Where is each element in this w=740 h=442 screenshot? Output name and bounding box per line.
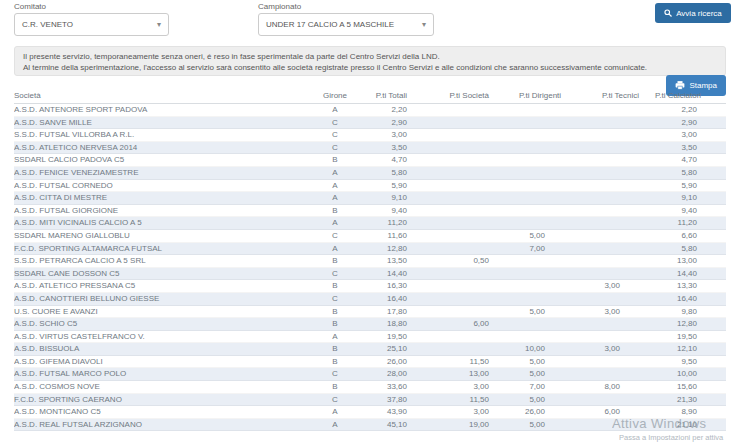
cell-pti-totali: 2,90 — [350, 117, 407, 130]
cell-pti-societa — [407, 117, 489, 130]
table-row: A.S.D. GIFEMA DIAVOLIB26,0011,505,009,50 — [14, 356, 726, 369]
cell-pti-dirigenti: 5,00 — [489, 356, 545, 369]
cell-pti-tecnici: 3,00 — [545, 343, 620, 356]
table-row: U.S. CUORE E AVANZIB17,805,003,009,80 — [14, 306, 726, 319]
cell-pti-totali: 14,40 — [350, 268, 407, 281]
table-row: F.C.D. SPORTING CAERANOC37,8011,505,0021… — [14, 394, 726, 407]
cell-pti-dirigenti — [489, 255, 545, 268]
cell-pti-societa — [407, 293, 489, 306]
table-row: A.S.D. FUTSAL MARCO POLOC28,0013,005,001… — [14, 368, 726, 381]
cell-pti-totali: 5,80 — [350, 167, 407, 180]
cell-pti-calciatori: 9,50 — [620, 356, 697, 369]
table-row: A.S.D. SCHIO C5B18,806,0012,80 — [14, 318, 726, 331]
cell-pti-dirigenti — [489, 293, 545, 306]
cell-pti-dirigenti — [489, 104, 545, 117]
cell-pti-tecnici: 6,00 — [545, 406, 620, 419]
cell-girone: B — [320, 343, 350, 356]
cell-pti-calciatori: 14,40 — [620, 268, 697, 281]
cell-girone: A — [320, 217, 350, 230]
column-header-societa: Società — [14, 91, 320, 100]
cell-pti-societa — [407, 230, 489, 243]
cell-pti-tecnici — [545, 331, 620, 344]
cell-pti-societa: 3,00 — [407, 381, 489, 394]
cell-pti-tecnici — [545, 394, 620, 407]
cell-pti-societa — [407, 205, 489, 218]
cell-pti-dirigenti — [489, 331, 545, 344]
cell-societa: A.S.D. FUTSAL GIORGIONE — [14, 205, 320, 218]
cell-girone: C — [320, 117, 350, 130]
cell-girone: B — [320, 318, 350, 331]
cell-pti-totali: 26,00 — [350, 356, 407, 369]
cell-pti-dirigenti: 5,00 — [489, 368, 545, 381]
cell-pti-totali: 18,80 — [350, 318, 407, 331]
comitato-select[interactable]: C.R. VENETO ▾ — [14, 13, 169, 36]
cell-pti-calciatori: 6,60 — [620, 230, 697, 243]
cell-girone: C — [320, 368, 350, 381]
column-header-pti-societa: P.ti Società — [407, 91, 489, 100]
cell-pti-dirigenti: 7,00 — [489, 381, 545, 394]
cell-pti-tecnici — [545, 180, 620, 193]
search-icon — [664, 9, 672, 17]
cell-girone: C — [320, 394, 350, 407]
cell-girone: A — [320, 243, 350, 256]
column-header-girone: Girone — [320, 91, 350, 100]
cell-pti-societa: 13,00 — [407, 368, 489, 381]
cell-pti-dirigenti: 5,00 — [489, 419, 545, 432]
campionato-select[interactable]: UNDER 17 CALCIO A 5 MASCHILE ▾ — [258, 13, 434, 36]
cell-pti-totali: 37,80 — [350, 394, 407, 407]
cell-pti-calciatori: 21,30 — [620, 394, 697, 407]
penalty-points-table: Società Girone P.ti Totali P.ti Società … — [14, 88, 726, 431]
search-button[interactable]: Avvia ricerca — [655, 3, 731, 23]
cell-pti-societa — [407, 180, 489, 193]
cell-pti-tecnici — [545, 318, 620, 331]
cell-pti-totali: 33,60 — [350, 381, 407, 394]
cell-girone: B — [320, 280, 350, 293]
cell-girone: C — [320, 129, 350, 142]
cell-societa: A.S.D. COSMOS NOVE — [14, 381, 320, 394]
cell-girone: C — [320, 268, 350, 281]
cell-pti-tecnici — [545, 230, 620, 243]
cell-pti-societa — [407, 280, 489, 293]
cell-pti-societa — [407, 192, 489, 205]
cell-pti-tecnici — [545, 205, 620, 218]
table-row: A.S.D. MONTICANO C5A43,903,0026,006,008,… — [14, 406, 726, 419]
cell-pti-societa — [407, 306, 489, 319]
cell-pti-calciatori: 5,80 — [620, 167, 697, 180]
notice-line-1: Il presente servizio, temporaneamente se… — [23, 51, 717, 62]
cell-girone: B — [320, 255, 350, 268]
cell-pti-dirigenti — [489, 142, 545, 155]
cell-pti-calciatori: 5,80 — [620, 243, 697, 256]
cell-pti-societa — [407, 343, 489, 356]
cell-societa: U.S. CUORE E AVANZI — [14, 306, 320, 319]
cell-pti-tecnici — [545, 419, 620, 432]
cell-pti-totali: 12,80 — [350, 243, 407, 256]
cell-pti-societa: 11,50 — [407, 356, 489, 369]
table-row: A.S.D. FENICE VENEZIAMESTREA5,805,80 — [14, 167, 726, 180]
cell-pti-calciatori: 12,80 — [620, 318, 697, 331]
table-row: F.C.D. SPORTING ALTAMARCA FUTSALA12,807,… — [14, 243, 726, 256]
cell-societa: A.S.D. SANVE MILLE — [14, 117, 320, 130]
cell-societa: F.C.D. SPORTING ALTAMARCA FUTSAL — [14, 243, 320, 256]
table-row: SSDARL CANE DOSSON C5C14,4014,40 — [14, 268, 726, 281]
cell-pti-dirigenti — [489, 217, 545, 230]
cell-pti-dirigenti — [489, 318, 545, 331]
cell-societa: A.S.D. ATLETICO PRESSANA C5 — [14, 280, 320, 293]
cell-girone: A — [320, 192, 350, 205]
cell-girone: B — [320, 205, 350, 218]
cell-pti-dirigenti — [489, 280, 545, 293]
cell-pti-calciatori: 2,90 — [620, 117, 697, 130]
cell-girone: B — [320, 356, 350, 369]
cell-pti-totali: 43,90 — [350, 406, 407, 419]
chevron-down-icon: ▾ — [157, 21, 161, 29]
cell-pti-totali: 13,50 — [350, 255, 407, 268]
cell-pti-dirigenti: 5,00 — [489, 394, 545, 407]
cell-pti-calciatori: 3,00 — [620, 129, 697, 142]
cell-societa: SSDARL CANE DOSSON C5 — [14, 268, 320, 281]
cell-societa: S.S.D. PETRARCA CALCIO A 5 SRL — [14, 255, 320, 268]
cell-pti-dirigenti — [489, 117, 545, 130]
comitato-label: Comitato — [14, 2, 46, 11]
chevron-down-icon: ▾ — [422, 21, 426, 29]
cell-societa: A.S.D. SCHIO C5 — [14, 318, 320, 331]
cell-pti-dirigenti: 5,00 — [489, 230, 545, 243]
cell-pti-calciatori: 12,10 — [620, 343, 697, 356]
